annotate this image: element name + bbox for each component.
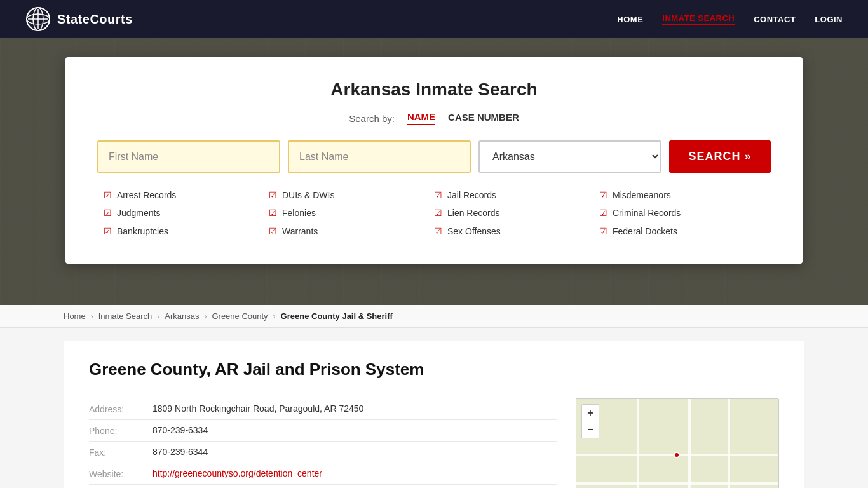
- header: StateCourts HOME INMATE SEARCH CONTACT L…: [0, 0, 868, 38]
- nav-login[interactable]: LOGIN: [815, 15, 843, 24]
- feature-item: ☑Felonies: [269, 206, 434, 220]
- logo-area: StateCourts: [25, 6, 133, 32]
- content-with-map: Address:1809 North Rockingchair Road, Pa…: [89, 398, 779, 488]
- main-content: Greene County, AR Jail and Prison System…: [0, 328, 868, 488]
- content-title: Greene County, AR Jail and Prison System: [89, 360, 779, 379]
- breadcrumb-link[interactable]: Arkansas: [165, 311, 199, 321]
- info-label: Address:: [89, 403, 140, 414]
- map-zoom-in[interactable]: +: [582, 405, 599, 421]
- state-select[interactable]: AlabamaAlaskaArizonaArkansasCaliforniaCo…: [478, 140, 661, 173]
- breadcrumb-current: Greene County Jail & Sheriff: [281, 311, 393, 321]
- info-row: Address:1809 North Rockingchair Road, Pa…: [89, 398, 557, 420]
- map-controls: + −: [581, 404, 599, 438]
- breadcrumb-link[interactable]: Home: [64, 311, 86, 321]
- breadcrumb-link[interactable]: Inmate Search: [98, 311, 153, 321]
- feature-item: ☑DUIs & DWIs: [269, 188, 434, 202]
- feature-label: Bankruptcies: [117, 224, 168, 238]
- check-icon: ☑: [104, 224, 112, 238]
- feature-label: Felonies: [282, 206, 316, 220]
- map-zoom-out[interactable]: −: [582, 421, 599, 438]
- feature-item: ☑Misdemeanors: [599, 188, 764, 202]
- feature-item: ☑Arrest Records: [104, 188, 269, 202]
- feature-item: ☑Federal Dockets: [599, 224, 764, 238]
- breadcrumb-separator: ›: [204, 312, 207, 321]
- nav-contact[interactable]: CONTACT: [754, 15, 796, 24]
- info-label: Fax:: [89, 447, 140, 458]
- feature-item: ☑Sex Offenses: [434, 224, 599, 238]
- feature-label: Arrest Records: [117, 188, 176, 202]
- tab-case[interactable]: CASE NUMBER: [448, 112, 519, 125]
- search-by-row: Search by: NAME CASE NUMBER: [97, 111, 771, 125]
- check-icon: ☑: [434, 188, 442, 202]
- feature-item: ☑Bankruptcies: [104, 224, 269, 238]
- info-value[interactable]: http://greenecountyso.org/detention_cent…: [153, 468, 557, 478]
- hero-section: COURTHOUSE Arkansas Inmate Search Search…: [0, 38, 868, 305]
- breadcrumb: Home›Inmate Search›Arkansas›Greene Count…: [0, 305, 868, 328]
- feature-label: Criminal Records: [613, 206, 681, 220]
- check-icon: ☑: [599, 224, 607, 238]
- check-icon: ☑: [599, 206, 607, 220]
- search-card-title: Arkansas Inmate Search: [97, 79, 771, 100]
- info-row: Facebook:https://www.facebook.com/pages/…: [89, 485, 557, 488]
- last-name-input[interactable]: [288, 140, 471, 173]
- feature-label: Misdemeanors: [613, 188, 671, 202]
- check-icon: ☑: [104, 188, 112, 202]
- search-fields: AlabamaAlaskaArizonaArkansasCaliforniaCo…: [97, 140, 771, 173]
- feature-label: Federal Dockets: [613, 224, 677, 238]
- map-placeholder: + −: [576, 399, 778, 488]
- content-card: Greene County, AR Jail and Prison System…: [64, 341, 804, 488]
- search-button[interactable]: SEARCH »: [669, 140, 771, 173]
- feature-label: DUIs & DWIs: [282, 188, 334, 202]
- feature-item: ☑Warrants: [269, 224, 434, 238]
- info-value: 870-239-6334: [153, 425, 557, 435]
- info-label: Website:: [89, 468, 140, 479]
- feature-label: Judgments: [117, 206, 160, 220]
- first-name-input[interactable]: [97, 140, 280, 173]
- info-label: Phone:: [89, 425, 140, 436]
- feature-item: ☑Judgments: [104, 206, 269, 220]
- feature-label: Lien Records: [447, 206, 500, 220]
- check-icon: ☑: [434, 224, 442, 238]
- feature-label: Sex Offenses: [447, 224, 501, 238]
- feature-label: Jail Records: [447, 188, 496, 202]
- check-icon: ☑: [104, 206, 112, 220]
- check-icon: ☑: [269, 206, 277, 220]
- info-row: Website:http://greenecountyso.org/detent…: [89, 463, 557, 485]
- breadcrumb-separator: ›: [91, 312, 93, 321]
- info-row: Fax:870-239-6344: [89, 442, 557, 463]
- tab-name[interactable]: NAME: [407, 111, 435, 125]
- feature-item: ☑Lien Records: [434, 206, 599, 220]
- map-section: + −: [576, 398, 779, 488]
- breadcrumb-link[interactable]: Greene County: [212, 311, 268, 321]
- logo-text: StateCourts: [57, 12, 133, 27]
- breadcrumb-separator: ›: [157, 312, 159, 321]
- check-icon: ☑: [434, 206, 442, 220]
- info-value: 1809 North Rockingchair Road, Paragould,…: [153, 403, 557, 414]
- info-link[interactable]: http://greenecountyso.org/detention_cent…: [153, 468, 322, 478]
- feature-label: Warrants: [282, 224, 318, 238]
- feature-item: ☑Criminal Records: [599, 206, 764, 220]
- main-nav: HOME INMATE SEARCH CONTACT LOGIN: [617, 13, 843, 25]
- nav-inmate-search[interactable]: INMATE SEARCH: [662, 13, 735, 25]
- feature-item: ☑Jail Records: [434, 188, 599, 202]
- check-icon: ☑: [599, 188, 607, 202]
- info-value: 870-239-6344: [153, 447, 557, 457]
- check-icon: ☑: [269, 188, 277, 202]
- info-section: Address:1809 North Rockingchair Road, Pa…: [89, 398, 557, 488]
- nav-home[interactable]: HOME: [617, 15, 643, 24]
- breadcrumb-separator: ›: [273, 312, 276, 321]
- check-icon: ☑: [269, 224, 277, 238]
- search-card: Arkansas Inmate Search Search by: NAME C…: [65, 57, 803, 264]
- search-by-label: Search by:: [349, 113, 395, 124]
- logo-icon: [25, 6, 51, 32]
- info-row: Phone:870-239-6334: [89, 420, 557, 442]
- features-grid: ☑Arrest Records☑DUIs & DWIs☑Jail Records…: [97, 188, 771, 238]
